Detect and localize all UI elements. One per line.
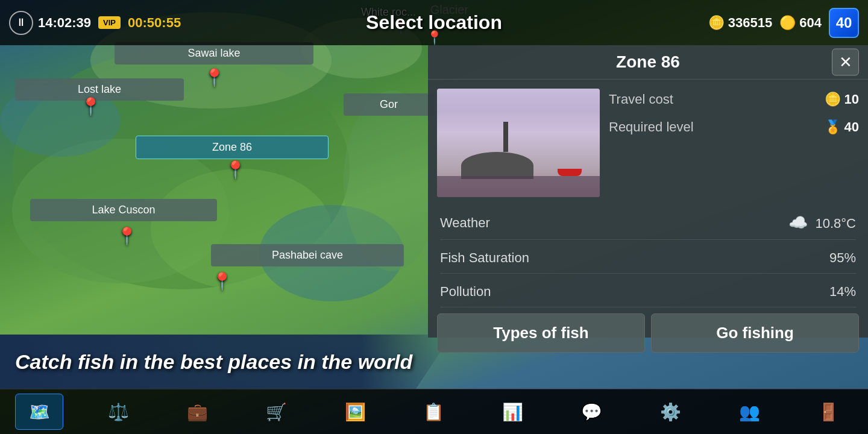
map-pin-sawai-lake: 📍 (204, 68, 225, 87)
map-pin-lost-lake: 📍 (80, 96, 101, 116)
zone-image (437, 89, 600, 197)
zone-panel-footer: Types of fish Go fishing (428, 307, 868, 359)
fish-saturation-row: Fish Saturation 95% (440, 243, 856, 274)
location-label-zone86[interactable]: Zone 86 (136, 136, 329, 159)
nav-tasks-button[interactable]: 📋 (410, 394, 458, 430)
location-label-pashabei-cave[interactable]: Pashabei cave (211, 244, 404, 266)
select-location-pin: 📍 (426, 30, 442, 46)
types-of-fish-button[interactable]: Types of fish (437, 313, 645, 353)
gold-value: 604 (799, 15, 822, 31)
travel-cost-row: Travel cost 🪙 10 (609, 89, 859, 110)
location-label-sawai-lake[interactable]: Sawai lake (115, 42, 313, 64)
zone-img-boat (558, 169, 582, 176)
zone-img-water (437, 176, 600, 197)
pollution-row: Pollution 14% (440, 277, 856, 307)
top-bar-right: 🪙 336515 🟡 604 40 (708, 8, 859, 38)
nav-inventory-button[interactable]: 💼 (173, 394, 221, 430)
banner-text: Catch fish in the best places in the wor… (15, 350, 412, 374)
nav-social-button[interactable]: 👥 (726, 394, 774, 430)
level-badge: 40 (829, 8, 859, 38)
pause-button[interactable]: ⏸ (9, 11, 33, 35)
clock-time: 14:02:39 (38, 15, 91, 31)
time-display: ⏸ 14:02:39 (9, 11, 91, 35)
nav-map-button[interactable]: 🗺️ (15, 394, 63, 430)
location-label-gor[interactable]: Gor (344, 93, 434, 116)
zone-panel-title: Zone 86 (616, 52, 680, 72)
pollution-label: Pollution (440, 284, 491, 300)
go-fishing-button[interactable]: Go fishing (651, 313, 859, 353)
required-level-value: 🏅 40 (825, 119, 859, 135)
vip-badge: VIP (98, 16, 121, 29)
zone-stats: Weather ☁️ 10.8°C Fish Saturation 95% Po… (428, 206, 868, 307)
map-pin-lake-cuscon: 📍 (116, 226, 137, 246)
coins-value: 336515 (728, 15, 772, 31)
zone-panel: Zone 86 ✕ Travel cost 🪙 10 Required leve… (428, 45, 868, 338)
gold-display: 🟡 604 (779, 15, 822, 31)
zone-info: Travel cost 🪙 10 Required level 🏅 40 (609, 89, 859, 197)
fish-saturation-label: Fish Saturation (440, 250, 529, 266)
weather-label: Weather (440, 215, 490, 231)
coins-icon: 🪙 (708, 15, 725, 31)
required-level-label: Required level (609, 119, 694, 135)
level-icon: 🏅 (825, 119, 841, 135)
nav-chat-button[interactable]: 💬 (568, 394, 616, 430)
map-pin-pashabei-cave: 📍 (212, 271, 233, 291)
weather-row: Weather ☁️ 10.8°C (440, 206, 856, 240)
zone-img-island (461, 152, 533, 179)
coins-display: 🪙 336515 (708, 15, 772, 31)
required-level-row: Required level 🏅 40 (609, 116, 859, 138)
zone-img-tower (503, 122, 508, 152)
nav-balance-button[interactable]: ⚖️ (94, 394, 142, 430)
weather-value: ☁️ 10.8°C (788, 213, 856, 232)
travel-cost-value: 🪙 10 (825, 92, 859, 107)
pollution-value: 14% (829, 284, 856, 300)
location-label-lake-cuscon[interactable]: Lake Cuscon (30, 199, 217, 221)
bottom-banner: Catch fish in the best places in the wor… (0, 335, 452, 389)
bottom-nav-bar: 🗺️ ⚖️ 💼 🛒 🖼️ 📋 📊 💬 ⚙️ 👥 🚪 (0, 389, 868, 434)
coin-small-icon: 🪙 (825, 92, 841, 107)
zone-panel-content: Travel cost 🪙 10 Required level 🏅 40 (428, 80, 868, 206)
zone-panel-header: Zone 86 ✕ (428, 45, 868, 80)
nav-stats-button[interactable]: 📊 (489, 394, 537, 430)
travel-cost-label: Travel cost (609, 92, 673, 107)
top-bar-left: ⏸ 14:02:39 VIP 00:50:55 (9, 11, 181, 35)
nav-shop-button[interactable]: 🛒 (252, 394, 300, 430)
nav-settings-button[interactable]: ⚙️ (647, 394, 695, 430)
fish-saturation-value: 95% (829, 250, 856, 266)
map-pin-zone86: 📍 (225, 160, 246, 180)
nav-gallery-button[interactable]: 🖼️ (331, 394, 379, 430)
weather-icon: ☁️ (788, 213, 808, 231)
timer-display: 00:50:55 (128, 15, 181, 31)
close-button[interactable]: ✕ (832, 49, 859, 76)
gold-icon: 🟡 (779, 15, 796, 31)
nav-exit-button[interactable]: 🚪 (805, 394, 853, 430)
